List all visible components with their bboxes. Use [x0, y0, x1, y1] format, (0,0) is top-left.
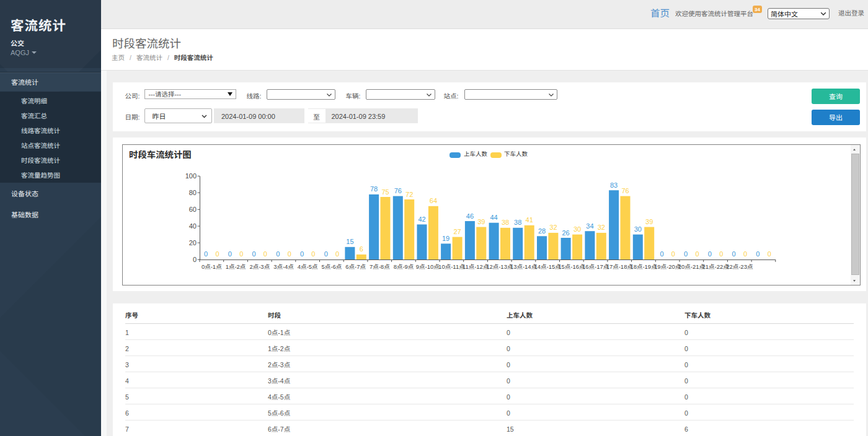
svg-text:19点-20点: 19点-20点 [654, 262, 681, 271]
svg-text:0: 0 [288, 248, 291, 258]
svg-text:0: 0 [768, 248, 771, 258]
svg-text:0: 0 [264, 248, 267, 258]
svg-text:0: 0 [239, 248, 243, 258]
svg-text:34: 34 [586, 220, 593, 230]
svg-text:72: 72 [405, 189, 413, 199]
svg-text:5点-6点: 5点-6点 [322, 262, 342, 271]
svg-text:32: 32 [598, 222, 605, 232]
svg-text:0: 0 [719, 248, 723, 258]
svg-text:0: 0 [335, 248, 339, 258]
svg-text:4点-5点: 4点-5点 [298, 262, 318, 271]
svg-text:42: 42 [418, 214, 425, 224]
svg-text:0: 0 [252, 248, 256, 258]
svg-text:0: 0 [311, 248, 315, 258]
svg-text:0: 0 [228, 248, 232, 258]
svg-text:12点-13点: 12点-13点 [486, 262, 513, 271]
svg-text:32: 32 [549, 222, 557, 232]
svg-text:1点-2点: 1点-2点 [226, 262, 246, 271]
svg-text:0: 0 [215, 248, 219, 258]
svg-text:28: 28 [538, 225, 546, 235]
svg-text:0点-1点: 0点-1点 [202, 262, 222, 271]
svg-text:14点-15点: 14点-15点 [534, 262, 562, 271]
svg-text:15: 15 [346, 236, 353, 246]
svg-text:20点-21点: 20点-21点 [678, 262, 706, 271]
svg-text:30: 30 [574, 224, 581, 233]
svg-text:0: 0 [743, 248, 747, 258]
svg-text:18点-19点: 18点-19点 [630, 262, 657, 271]
svg-text:17点-18点: 17点-18点 [606, 262, 634, 271]
svg-text:46: 46 [466, 211, 474, 220]
svg-text:0: 0 [696, 248, 699, 258]
svg-text:38: 38 [502, 217, 509, 227]
svg-text:40: 40 [189, 220, 197, 230]
svg-text:30: 30 [634, 224, 642, 233]
svg-text:0: 0 [732, 248, 736, 258]
svg-text:38: 38 [514, 217, 521, 227]
svg-text:64: 64 [430, 195, 437, 205]
svg-text:0: 0 [300, 248, 304, 258]
svg-text:7点-8点: 7点-8点 [370, 262, 390, 271]
svg-text:60: 60 [189, 204, 197, 214]
svg-text:44: 44 [490, 212, 497, 222]
svg-text:8点-9点: 8点-9点 [394, 262, 414, 271]
svg-text:0: 0 [756, 248, 760, 258]
svg-text:76: 76 [394, 185, 402, 195]
svg-text:39: 39 [477, 216, 485, 226]
svg-text:0: 0 [708, 248, 712, 258]
svg-text:13点-14点: 13点-14点 [510, 262, 538, 271]
svg-text:21点-22点: 21点-22点 [702, 262, 729, 271]
svg-text:0: 0 [193, 254, 197, 264]
svg-text:6点-7点: 6点-7点 [345, 262, 366, 271]
svg-text:11点-12点: 11点-12点 [463, 262, 489, 271]
svg-text:6: 6 [360, 243, 363, 253]
svg-text:78: 78 [370, 183, 378, 193]
svg-text:0: 0 [204, 248, 208, 258]
svg-text:22点-23点: 22点-23点 [726, 262, 753, 271]
svg-text:41: 41 [526, 214, 533, 224]
svg-text:0: 0 [660, 248, 663, 258]
svg-text:76: 76 [621, 185, 629, 195]
svg-text:9点-10点: 9点-10点 [416, 262, 440, 271]
svg-text:3点-4点: 3点-4点 [273, 262, 294, 271]
svg-text:39: 39 [645, 216, 653, 226]
svg-text:10点-11点: 10点-11点 [438, 262, 465, 271]
svg-text:20: 20 [189, 237, 197, 247]
svg-text:0: 0 [671, 248, 675, 258]
svg-text:75: 75 [381, 186, 389, 196]
svg-text:0: 0 [324, 248, 328, 258]
svg-text:2点-3点: 2点-3点 [249, 262, 270, 271]
svg-text:26: 26 [562, 227, 569, 237]
svg-text:0: 0 [276, 248, 280, 258]
svg-text:19: 19 [442, 233, 450, 243]
svg-text:16点-17点: 16点-17点 [582, 262, 609, 271]
svg-text:83: 83 [610, 180, 618, 190]
svg-text:80: 80 [189, 187, 197, 197]
svg-text:27: 27 [453, 226, 461, 236]
svg-text:15点-16点: 15点-16点 [558, 262, 585, 271]
svg-text:0: 0 [684, 248, 688, 258]
svg-text:100: 100 [185, 170, 197, 180]
